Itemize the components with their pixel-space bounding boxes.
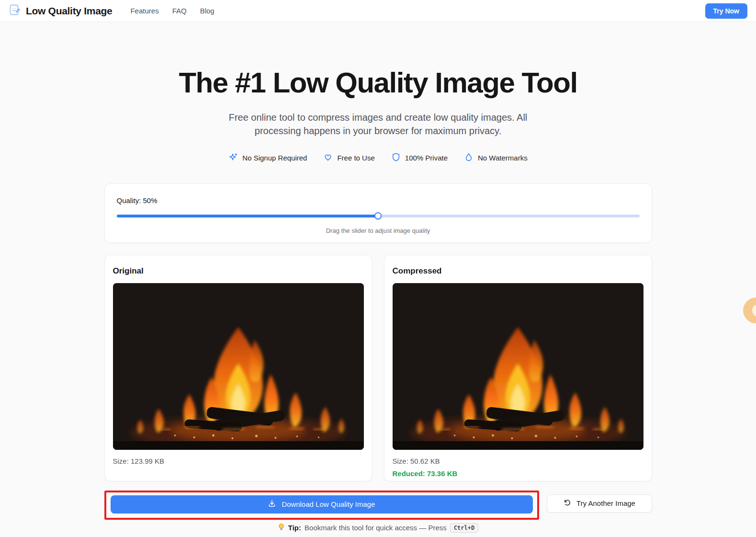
badge-no-signup: No Signup Required	[228, 152, 307, 163]
top-header: Low Quality Image Features FAQ Blog Try …	[0, 0, 756, 22]
try-another-button[interactable]: Try Another Image	[547, 494, 652, 513]
top-nav: Features FAQ Blog	[130, 7, 214, 15]
badge-label: No Signup Required	[242, 154, 307, 162]
droplet-icon	[464, 152, 474, 163]
campfire-photo	[393, 283, 643, 450]
download-button-label: Download Low Quality Image	[282, 500, 375, 508]
try-now-button[interactable]: Try Now	[705, 3, 747, 19]
original-title: Original	[113, 266, 364, 276]
compressed-size: Size: 50.62 KB	[393, 457, 643, 465]
floating-widget-button[interactable]	[743, 297, 756, 323]
compressed-image	[393, 283, 643, 450]
quality-slider[interactable]	[117, 212, 640, 220]
try-another-label: Try Another Image	[576, 499, 635, 507]
lightbulb-icon	[278, 523, 285, 533]
brand-title: Low Quality Image	[26, 5, 112, 17]
red-highlight-annotation: Download Low Quality Image	[104, 491, 539, 520]
quality-label: Quality: 50%	[117, 196, 640, 205]
refresh-icon	[563, 499, 571, 508]
badge-label: Free to Use	[337, 154, 374, 162]
nav-link-blog[interactable]: Blog	[200, 7, 214, 15]
original-card: Original Size: 123.99 KB	[104, 255, 372, 481]
heart-icon	[323, 152, 333, 163]
compressed-card: Compressed Size: 50.62 KB Reduced: 73.36…	[384, 255, 652, 481]
original-image	[113, 283, 364, 450]
shield-icon	[391, 152, 401, 163]
keyboard-shortcut-badge: Ctrl+D	[450, 523, 478, 533]
compressed-title: Compressed	[393, 266, 643, 276]
app-logo-icon	[9, 4, 21, 18]
page-title: The #1 Low Quality Image Tool	[104, 66, 652, 99]
badge-no-watermarks: No Watermarks	[464, 152, 528, 163]
sparkles-icon	[228, 152, 238, 163]
page-subtitle: Free online tool to compress images and …	[215, 111, 541, 138]
download-icon	[268, 499, 276, 509]
nav-link-features[interactable]: Features	[130, 7, 158, 15]
slider-thumb[interactable]	[374, 212, 382, 219]
slider-hint: Drag the slider to adjust image quality	[117, 227, 640, 234]
badge-private: 100% Private	[391, 152, 448, 163]
tip-text: Bookmark this tool for quick access — Pr…	[305, 524, 447, 532]
campfire-photo	[113, 283, 364, 450]
reduced-size: Reduced: 73.36 KB	[393, 469, 643, 478]
download-button[interactable]: Download Low Quality Image	[111, 495, 533, 514]
main-content: The #1 Low Quality Image Tool Free onlin…	[104, 22, 652, 533]
tip-row: Tip: Bookmark this tool for quick access…	[104, 523, 652, 533]
badge-label: No Watermarks	[478, 154, 528, 162]
comparison-section: Original Size: 123.99 KB Compressed Size…	[104, 255, 652, 481]
feature-badges: No Signup Required Free to Use 100% Priv…	[104, 152, 652, 163]
quality-card: Quality: 50% Drag the slider to adjust i…	[104, 183, 652, 243]
tip-label: Tip:	[288, 524, 301, 532]
slider-fill	[117, 215, 378, 217]
actions-row: Download Low Quality Image Try Another I…	[104, 491, 652, 520]
badge-label: 100% Private	[405, 154, 448, 162]
badge-free: Free to Use	[323, 152, 374, 163]
original-size: Size: 123.99 KB	[113, 457, 364, 465]
hero-section: The #1 Low Quality Image Tool Free onlin…	[104, 22, 652, 163]
nav-link-faq[interactable]: FAQ	[172, 7, 187, 15]
brand-logo[interactable]: Low Quality Image	[9, 4, 112, 18]
